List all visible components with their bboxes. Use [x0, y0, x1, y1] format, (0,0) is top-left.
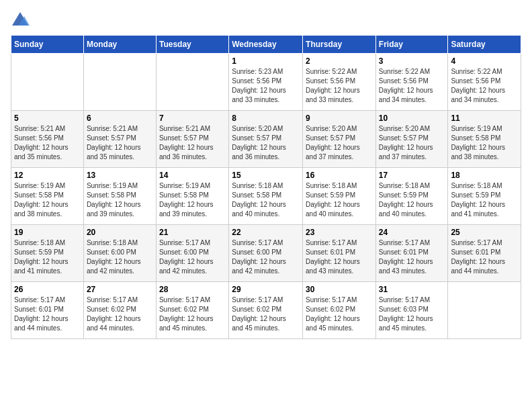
calendar-cell: 30Sunrise: 5:17 AM Sunset: 6:02 PM Dayli…	[303, 282, 376, 339]
column-header-monday: Monday	[83, 36, 156, 54]
calendar-cell: 15Sunrise: 5:18 AM Sunset: 5:58 PM Dayli…	[229, 168, 303, 225]
day-info: Sunrise: 5:17 AM Sunset: 6:02 PM Dayligh…	[87, 295, 153, 333]
calendar-cell: 25Sunrise: 5:17 AM Sunset: 6:01 PM Dayli…	[448, 225, 521, 282]
calendar-cell: 17Sunrise: 5:18 AM Sunset: 5:59 PM Dayli…	[375, 168, 448, 225]
column-header-wednesday: Wednesday	[229, 36, 303, 54]
day-info: Sunrise: 5:18 AM Sunset: 5:59 PM Dayligh…	[14, 238, 81, 276]
day-info: Sunrise: 5:19 AM Sunset: 5:58 PM Dayligh…	[14, 181, 81, 219]
week-row-2: 5Sunrise: 5:21 AM Sunset: 5:56 PM Daylig…	[11, 111, 521, 168]
column-header-thursday: Thursday	[303, 36, 376, 54]
day-number: 16	[306, 171, 373, 180]
calendar-cell: 21Sunrise: 5:17 AM Sunset: 6:00 PM Dayli…	[156, 225, 228, 282]
page-header	[11, 11, 521, 30]
calendar-cell: 6Sunrise: 5:21 AM Sunset: 5:57 PM Daylig…	[83, 111, 156, 168]
calendar-cell: 3Sunrise: 5:22 AM Sunset: 5:56 PM Daylig…	[375, 54, 448, 111]
day-number: 24	[379, 228, 445, 237]
day-info: Sunrise: 5:19 AM Sunset: 5:58 PM Dayligh…	[451, 124, 518, 162]
calendar-cell: 4Sunrise: 5:22 AM Sunset: 5:56 PM Daylig…	[448, 54, 521, 111]
day-number: 15	[232, 171, 300, 180]
day-number: 21	[159, 228, 226, 237]
day-info: Sunrise: 5:18 AM Sunset: 6:00 PM Dayligh…	[87, 238, 153, 276]
calendar-cell: 28Sunrise: 5:17 AM Sunset: 6:02 PM Dayli…	[156, 282, 228, 339]
calendar-cell	[448, 282, 521, 339]
calendar-cell: 7Sunrise: 5:21 AM Sunset: 5:57 PM Daylig…	[156, 111, 228, 168]
day-info: Sunrise: 5:19 AM Sunset: 5:58 PM Dayligh…	[159, 181, 226, 219]
day-number: 11	[451, 113, 518, 123]
week-row-1: 1Sunrise: 5:23 AM Sunset: 5:56 PM Daylig…	[11, 54, 521, 111]
day-info: Sunrise: 5:20 AM Sunset: 5:57 PM Dayligh…	[306, 124, 373, 162]
calendar-cell: 24Sunrise: 5:17 AM Sunset: 6:01 PM Dayli…	[375, 225, 448, 282]
day-number: 28	[159, 285, 226, 294]
calendar-cell: 11Sunrise: 5:19 AM Sunset: 5:58 PM Dayli…	[448, 111, 521, 168]
day-info: Sunrise: 5:22 AM Sunset: 5:56 PM Dayligh…	[379, 67, 445, 105]
day-info: Sunrise: 5:18 AM Sunset: 5:59 PM Dayligh…	[379, 181, 445, 219]
calendar-cell: 16Sunrise: 5:18 AM Sunset: 5:59 PM Dayli…	[303, 168, 376, 225]
day-info: Sunrise: 5:22 AM Sunset: 5:56 PM Dayligh…	[451, 67, 518, 105]
day-number: 19	[14, 228, 81, 237]
calendar-header-row: SundayMondayTuesdayWednesdayThursdayFrid…	[11, 36, 521, 54]
day-info: Sunrise: 5:21 AM Sunset: 5:57 PM Dayligh…	[87, 124, 153, 162]
calendar-cell	[156, 54, 228, 111]
day-info: Sunrise: 5:20 AM Sunset: 5:57 PM Dayligh…	[379, 124, 445, 162]
week-row-3: 12Sunrise: 5:19 AM Sunset: 5:58 PM Dayli…	[11, 168, 521, 225]
day-number: 9	[306, 113, 373, 123]
day-info: Sunrise: 5:18 AM Sunset: 5:59 PM Dayligh…	[306, 181, 373, 219]
calendar-table: SundayMondayTuesdayWednesdayThursdayFrid…	[11, 35, 521, 339]
calendar-cell: 27Sunrise: 5:17 AM Sunset: 6:02 PM Dayli…	[83, 282, 156, 339]
column-header-sunday: Sunday	[11, 36, 84, 54]
day-number: 22	[232, 228, 300, 237]
calendar-cell: 26Sunrise: 5:17 AM Sunset: 6:01 PM Dayli…	[11, 282, 84, 339]
day-info: Sunrise: 5:17 AM Sunset: 6:01 PM Dayligh…	[451, 238, 518, 276]
day-number: 25	[451, 228, 518, 237]
calendar-cell: 13Sunrise: 5:19 AM Sunset: 5:58 PM Dayli…	[83, 168, 156, 225]
day-info: Sunrise: 5:17 AM Sunset: 6:01 PM Dayligh…	[379, 238, 445, 276]
calendar-cell: 20Sunrise: 5:18 AM Sunset: 6:00 PM Dayli…	[83, 225, 156, 282]
day-number: 4	[451, 56, 518, 66]
day-number: 12	[14, 171, 81, 180]
calendar-cell: 9Sunrise: 5:20 AM Sunset: 5:57 PM Daylig…	[303, 111, 376, 168]
calendar-cell	[83, 54, 156, 111]
day-number: 31	[379, 285, 445, 294]
day-number: 17	[379, 171, 445, 180]
day-info: Sunrise: 5:17 AM Sunset: 6:00 PM Dayligh…	[159, 238, 226, 276]
day-number: 30	[306, 285, 373, 294]
day-info: Sunrise: 5:18 AM Sunset: 5:58 PM Dayligh…	[232, 181, 300, 219]
day-number: 8	[232, 113, 300, 123]
day-number: 23	[306, 228, 373, 237]
week-row-5: 26Sunrise: 5:17 AM Sunset: 6:01 PM Dayli…	[11, 282, 521, 339]
calendar-cell: 8Sunrise: 5:20 AM Sunset: 5:57 PM Daylig…	[229, 111, 303, 168]
day-info: Sunrise: 5:23 AM Sunset: 5:56 PM Dayligh…	[232, 67, 300, 105]
day-number: 2	[306, 56, 373, 66]
day-number: 6	[87, 113, 153, 123]
day-info: Sunrise: 5:17 AM Sunset: 6:01 PM Dayligh…	[14, 295, 81, 333]
calendar-cell: 23Sunrise: 5:17 AM Sunset: 6:01 PM Dayli…	[303, 225, 376, 282]
day-info: Sunrise: 5:17 AM Sunset: 6:03 PM Dayligh…	[379, 295, 445, 333]
day-info: Sunrise: 5:17 AM Sunset: 6:00 PM Dayligh…	[232, 238, 300, 276]
calendar-cell	[11, 54, 84, 111]
calendar-cell: 14Sunrise: 5:19 AM Sunset: 5:58 PM Dayli…	[156, 168, 228, 225]
day-number: 27	[87, 285, 153, 294]
calendar-cell: 29Sunrise: 5:17 AM Sunset: 6:02 PM Dayli…	[229, 282, 303, 339]
day-number: 14	[159, 171, 226, 180]
day-info: Sunrise: 5:17 AM Sunset: 6:02 PM Dayligh…	[306, 295, 373, 333]
column-header-friday: Friday	[375, 36, 448, 54]
day-info: Sunrise: 5:17 AM Sunset: 6:02 PM Dayligh…	[232, 295, 300, 333]
calendar-cell: 22Sunrise: 5:17 AM Sunset: 6:00 PM Dayli…	[229, 225, 303, 282]
calendar-cell: 18Sunrise: 5:18 AM Sunset: 5:59 PM Dayli…	[448, 168, 521, 225]
day-number: 1	[232, 56, 300, 66]
calendar-cell: 31Sunrise: 5:17 AM Sunset: 6:03 PM Dayli…	[375, 282, 448, 339]
day-number: 10	[379, 113, 445, 123]
day-info: Sunrise: 5:21 AM Sunset: 5:56 PM Dayligh…	[14, 124, 81, 162]
day-info: Sunrise: 5:17 AM Sunset: 6:01 PM Dayligh…	[306, 238, 373, 276]
day-number: 3	[379, 56, 445, 66]
day-info: Sunrise: 5:19 AM Sunset: 5:58 PM Dayligh…	[87, 181, 153, 219]
day-info: Sunrise: 5:18 AM Sunset: 5:59 PM Dayligh…	[451, 181, 518, 219]
calendar-body: 1Sunrise: 5:23 AM Sunset: 5:56 PM Daylig…	[11, 54, 521, 339]
calendar-cell: 2Sunrise: 5:22 AM Sunset: 5:56 PM Daylig…	[303, 54, 376, 111]
day-number: 18	[451, 171, 518, 180]
day-number: 26	[14, 285, 81, 294]
day-number: 20	[87, 228, 153, 237]
day-info: Sunrise: 5:20 AM Sunset: 5:57 PM Dayligh…	[232, 124, 300, 162]
day-info: Sunrise: 5:22 AM Sunset: 5:56 PM Dayligh…	[306, 67, 373, 105]
day-info: Sunrise: 5:17 AM Sunset: 6:02 PM Dayligh…	[159, 295, 226, 333]
